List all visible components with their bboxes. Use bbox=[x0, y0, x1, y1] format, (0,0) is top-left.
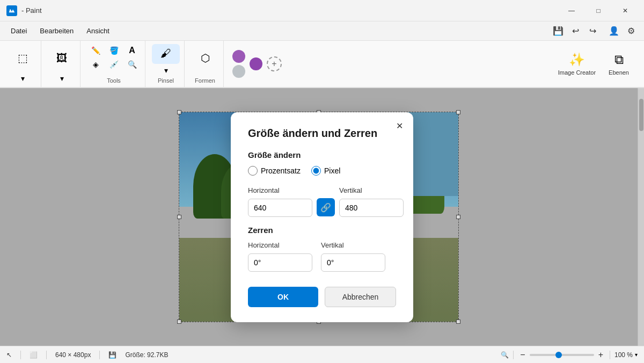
image-tool-button[interactable]: 🖼 bbox=[48, 44, 76, 72]
pencil-button[interactable]: ✏️ bbox=[87, 44, 104, 57]
layers-icon: ⧉ bbox=[614, 52, 624, 67]
menu-bearbeiten[interactable]: Bearbeiten bbox=[33, 25, 80, 37]
skew-h-label: Horizontal bbox=[248, 241, 312, 249]
pinsel-label: Pinsel bbox=[158, 77, 174, 84]
image-creator-icon: ✨ bbox=[569, 52, 585, 67]
eyedropper-button[interactable]: 💉 bbox=[105, 58, 122, 71]
size-fields-row: Horizontal 🔗 Vertikal bbox=[248, 186, 396, 217]
user-button[interactable]: 👤 bbox=[605, 23, 623, 40]
formen-label: Formen bbox=[195, 77, 215, 84]
save-button[interactable]: 💾 bbox=[550, 23, 567, 40]
settings-button[interactable]: ⚙ bbox=[623, 23, 640, 40]
titlebar-left: - Paint bbox=[6, 5, 42, 16]
skew-v-input[interactable] bbox=[321, 253, 385, 272]
menu-ansicht[interactable]: Ansicht bbox=[80, 25, 116, 37]
skew-vertical-field: Vertikal bbox=[321, 241, 385, 272]
formen-button[interactable]: ⬡ bbox=[191, 44, 219, 72]
titlebar-controls: — □ ✕ bbox=[559, 2, 638, 19]
zoom-percent-area: 100 % ▾ bbox=[614, 351, 638, 359]
tools-row2: ◈ 💉 🔍 bbox=[87, 58, 141, 71]
sep5 bbox=[610, 351, 610, 359]
selection-tool-button[interactable]: ⬚ bbox=[9, 44, 36, 72]
dialog-title: Größe ändern und Zerren bbox=[248, 127, 396, 140]
color-gray[interactable] bbox=[232, 65, 245, 78]
layers-label: Ebenen bbox=[609, 69, 629, 76]
ribbon-group-auswahl: ⬚ ▾ Auswahl bbox=[4, 41, 41, 87]
sep3 bbox=[99, 351, 100, 359]
link-proportions-button[interactable]: 🔗 bbox=[317, 198, 335, 216]
dialog-backdrop: ✕ Größe ändern und Zerren Größe ändern P… bbox=[0, 88, 644, 346]
shape-icon: ⬡ bbox=[201, 52, 210, 64]
tools-row1: ✏️ 🪣 A bbox=[87, 44, 141, 57]
dialog-close-button[interactable]: ✕ bbox=[392, 119, 407, 134]
radio-percent-text: Prozentsatz bbox=[261, 166, 301, 175]
ribbon-group-bild: 🖼 ▾ Bild bbox=[43, 41, 80, 87]
app-logo bbox=[6, 5, 17, 16]
radio-percent[interactable] bbox=[248, 166, 258, 176]
bild-tools: 🖼 ▾ bbox=[48, 44, 76, 85]
image-creator-button[interactable]: ✨ Image Creator bbox=[554, 50, 600, 78]
skew-horizontal-field: Horizontal bbox=[248, 241, 312, 272]
ok-button[interactable]: OK bbox=[248, 287, 318, 307]
size-section-title: Größe ändern bbox=[248, 150, 396, 159]
menu-datei[interactable]: Datei bbox=[4, 25, 33, 37]
zoom-percent-label: 100 % bbox=[614, 351, 633, 359]
ribbon-right-actions: ✨ Image Creator ⧉ Ebenen bbox=[547, 41, 640, 87]
skew-section: Zerren Horizontal Vertikal bbox=[248, 226, 396, 272]
vertical-label: Vertikal bbox=[339, 186, 404, 194]
dialog-buttons: OK Abbrechen bbox=[248, 287, 396, 307]
add-color-button[interactable]: + bbox=[267, 56, 282, 71]
image-icon: 🖼 bbox=[56, 52, 67, 64]
main-content: ≡ bbox=[0, 88, 644, 346]
statusbar: ↖ ⬜ 640 × 480px 💾 Größe: 92.7KB 🔍 − + 10… bbox=[0, 346, 644, 363]
zoom-slider-horizontal[interactable] bbox=[530, 354, 594, 356]
ribbon: ⬚ ▾ Auswahl 🖼 ▾ Bild bbox=[0, 41, 644, 88]
dimensions-label: 640 × 480px bbox=[55, 351, 91, 359]
brush-button[interactable]: 🖌 bbox=[152, 44, 180, 64]
vertical-field: Vertikal bbox=[339, 186, 404, 217]
zoom-thumb-h[interactable] bbox=[555, 352, 562, 358]
auswahl-tools: ⬚ ▾ bbox=[9, 44, 36, 85]
fill-button[interactable]: 🪣 bbox=[105, 44, 122, 57]
app-title: - Paint bbox=[21, 6, 42, 14]
size-label: Größe: 92.7KB bbox=[125, 351, 168, 359]
skew-inputs: Horizontal Vertikal bbox=[248, 241, 396, 272]
color-dark-purple[interactable] bbox=[250, 57, 262, 70]
undo-button[interactable]: ↩ bbox=[567, 23, 584, 40]
size-section: Größe ändern Prozentsatz Pixel bbox=[248, 150, 396, 217]
app-container: - Paint — □ ✕ Datei Bearbeiten Ansicht 💾… bbox=[0, 0, 644, 363]
zoom-control: − + bbox=[518, 350, 605, 360]
horizontal-input[interactable] bbox=[248, 199, 312, 217]
redo-button[interactable]: ↪ bbox=[584, 23, 601, 40]
layers-button[interactable]: ⧉ Ebenen bbox=[604, 50, 633, 78]
tools-buttons: ✏️ 🪣 A ◈ 💉 🔍 bbox=[87, 44, 141, 71]
radio-percent-label[interactable]: Prozentsatz bbox=[248, 166, 301, 176]
zoom-out-button[interactable]: − bbox=[518, 350, 527, 360]
skew-h-input[interactable] bbox=[248, 253, 312, 272]
ribbon-group-pinsel: 🖌 ▾ Pinsel bbox=[148, 41, 185, 87]
radio-pixel[interactable] bbox=[311, 166, 321, 176]
horizontal-label: Horizontal bbox=[248, 186, 312, 194]
close-button[interactable]: ✕ bbox=[613, 2, 638, 19]
sep2 bbox=[46, 351, 47, 359]
magnify-button[interactable]: 🔍 bbox=[123, 58, 141, 71]
titlebar: - Paint — □ ✕ bbox=[0, 0, 644, 21]
brush-dropdown[interactable]: ▾ bbox=[157, 66, 174, 75]
resize-dialog: ✕ Größe ändern und Zerren Größe ändern P… bbox=[231, 112, 413, 322]
skew-section-title: Zerren bbox=[248, 226, 396, 235]
maximize-button[interactable]: □ bbox=[586, 2, 611, 19]
selection-dropdown[interactable]: ▾ bbox=[14, 72, 31, 85]
text-button[interactable]: A bbox=[123, 44, 141, 57]
minimize-button[interactable]: — bbox=[559, 2, 584, 19]
link-icon: 🔗 bbox=[320, 202, 331, 213]
zoom-dropdown-button[interactable]: ▾ bbox=[635, 352, 638, 358]
eraser-button[interactable]: ◈ bbox=[87, 58, 104, 71]
zoom-in-button[interactable]: + bbox=[596, 350, 605, 360]
radio-pixel-text: Pixel bbox=[324, 166, 340, 175]
vertical-input[interactable] bbox=[339, 199, 404, 217]
cancel-button[interactable]: Abbrechen bbox=[325, 287, 396, 307]
image-dropdown[interactable]: ▾ bbox=[53, 72, 70, 85]
horizontal-field: Horizontal bbox=[248, 186, 312, 217]
radio-pixel-label[interactable]: Pixel bbox=[311, 166, 340, 176]
color-purple[interactable] bbox=[232, 50, 245, 63]
